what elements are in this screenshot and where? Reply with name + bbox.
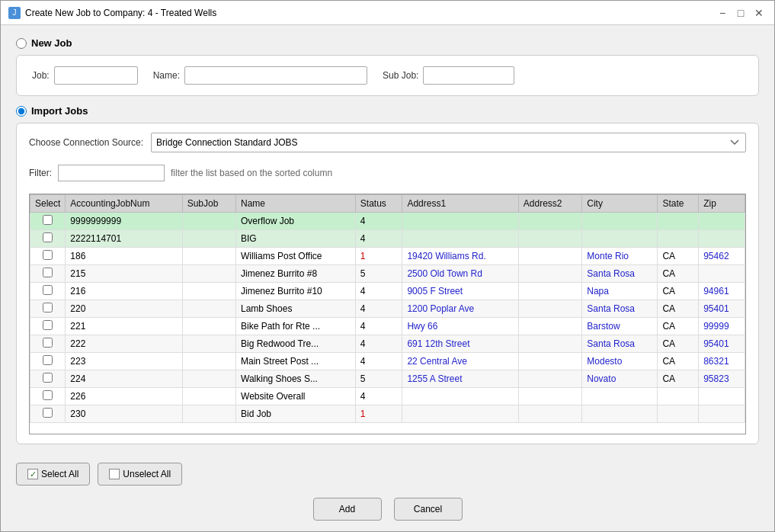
- select-cell[interactable]: [30, 388, 66, 405]
- new-job-box: Job: Name: Sub Job:: [16, 55, 759, 96]
- cell-city: [582, 213, 658, 230]
- cell-subjob: [182, 318, 235, 335]
- cell-addr2: [518, 248, 581, 265]
- col-subjob: SubJob: [182, 195, 235, 213]
- row-checkbox-1[interactable]: [43, 232, 53, 242]
- subjob-input[interactable]: [423, 66, 514, 85]
- new-job-radio-label[interactable]: New Job: [16, 37, 759, 49]
- job-label: Job:: [32, 70, 50, 81]
- row-checkbox-6[interactable]: [43, 320, 53, 330]
- row-checkbox-0[interactable]: [43, 215, 53, 225]
- table-row: 216 Jimenez Burrito #10 4 9005 F Street …: [30, 283, 745, 300]
- title-bar: J Create New Job to Company: 4 - Treated…: [1, 1, 774, 25]
- new-job-label: New Job: [31, 37, 72, 49]
- cell-addr2: [518, 265, 581, 283]
- cell-name: Big Redwood Tre...: [236, 335, 356, 353]
- cell-status: 4: [355, 318, 402, 335]
- new-job-radio[interactable]: [16, 38, 27, 49]
- connection-source-select[interactable]: Bridge Connection Standard JOBS: [151, 133, 746, 152]
- row-checkbox-9[interactable]: [43, 373, 53, 383]
- cell-addr2: [518, 388, 581, 405]
- select-cell[interactable]: [30, 230, 66, 248]
- col-status: Status: [355, 195, 402, 213]
- app-icon: J: [8, 7, 21, 19]
- select-cell[interactable]: [30, 405, 66, 423]
- cell-addr1: [402, 230, 518, 248]
- table-row: 226 Website Overall 4: [30, 388, 745, 405]
- table-row: 215 Jimenez Burrito #8 5 2500 Old Town R…: [30, 265, 745, 283]
- select-cell[interactable]: [30, 283, 66, 300]
- cell-job-num: 226: [66, 388, 182, 405]
- import-jobs-radio-label[interactable]: Import Jobs: [16, 105, 759, 117]
- cell-addr1: 691 12th Street: [402, 335, 518, 353]
- cell-state: CA: [658, 335, 699, 353]
- select-cell[interactable]: [30, 213, 66, 230]
- cell-status: 4: [355, 230, 402, 248]
- cell-job-num: 224: [66, 370, 182, 388]
- row-checkbox-2[interactable]: [43, 250, 53, 260]
- cell-name: Lamb Shoes: [236, 300, 356, 318]
- cell-name: Overflow Job: [236, 213, 356, 230]
- cell-city: [582, 388, 658, 405]
- select-cell[interactable]: [30, 353, 66, 370]
- window-title: Create New Job to Company: 4 - Treated W…: [25, 8, 715, 18]
- cell-addr1: [402, 213, 518, 230]
- subjob-label: Sub Job:: [383, 70, 418, 81]
- row-checkbox-3[interactable]: [43, 268, 53, 277]
- subjob-field-group: Sub Job:: [383, 66, 514, 85]
- select-cell[interactable]: [30, 265, 66, 283]
- cell-addr1: 1200 Poplar Ave: [402, 300, 518, 318]
- unselect-all-button[interactable]: Unselect All: [98, 463, 182, 486]
- col-name: Name: [236, 195, 356, 213]
- row-checkbox-7[interactable]: [43, 338, 53, 348]
- jobs-table-container[interactable]: Select AccountingJobNum SubJob Name Stat…: [29, 194, 746, 434]
- cell-city: Santa Rosa: [582, 335, 658, 353]
- cell-zip: [699, 388, 745, 405]
- table-row: 220 Lamb Shoes 4 1200 Poplar Ave Santa R…: [30, 300, 745, 318]
- maximize-button[interactable]: □: [733, 5, 748, 21]
- cell-name: BIG: [236, 230, 356, 248]
- new-job-section: New Job Job: Name: Sub Job:: [16, 37, 759, 96]
- close-button[interactable]: ✕: [751, 5, 767, 21]
- filter-input[interactable]: [58, 165, 165, 181]
- cell-name: Main Street Post ...: [236, 353, 356, 370]
- cell-name: Bike Path for Rte ...: [236, 318, 356, 335]
- row-checkbox-5[interactable]: [43, 303, 53, 312]
- job-input[interactable]: [54, 66, 138, 85]
- cell-addr2: [518, 318, 581, 335]
- col-addr1: Address1: [402, 195, 518, 213]
- cancel-button[interactable]: Cancel: [394, 498, 463, 521]
- name-input[interactable]: [184, 66, 367, 85]
- cell-state: CA: [658, 300, 699, 318]
- select-cell[interactable]: [30, 248, 66, 265]
- cell-name: Jimenez Burrito #10: [236, 283, 356, 300]
- cell-city: Santa Rosa: [582, 300, 658, 318]
- main-window: J Create New Job to Company: 4 - Treated…: [0, 0, 775, 532]
- cell-subjob: [182, 405, 235, 423]
- minimize-button[interactable]: −: [715, 5, 730, 21]
- filter-hint: filter the list based on the sorted colu…: [171, 168, 332, 178]
- select-all-check-icon: ✓: [27, 469, 38, 479]
- import-jobs-label: Import Jobs: [31, 105, 88, 117]
- cell-city: Santa Rosa: [582, 265, 658, 283]
- import-jobs-radio[interactable]: [16, 106, 27, 117]
- cell-zip: 95401: [699, 335, 745, 353]
- cell-zip: [699, 213, 745, 230]
- cell-name: Bid Job: [236, 405, 356, 423]
- select-cell[interactable]: [30, 335, 66, 353]
- cell-job-num: 230: [66, 405, 182, 423]
- add-button[interactable]: Add: [313, 498, 382, 521]
- row-checkbox-11[interactable]: [43, 408, 53, 418]
- row-checkbox-10[interactable]: [43, 390, 53, 400]
- cell-subjob: [182, 300, 235, 318]
- select-cell[interactable]: [30, 300, 66, 318]
- select-cell[interactable]: [30, 318, 66, 335]
- row-checkbox-4[interactable]: [43, 285, 53, 295]
- select-all-button[interactable]: ✓ Select All: [16, 463, 90, 486]
- cell-addr2: [518, 405, 581, 423]
- cell-state: CA: [658, 370, 699, 388]
- row-checkbox-8[interactable]: [43, 355, 53, 365]
- select-cell[interactable]: [30, 370, 66, 388]
- window-controls: − □ ✕: [715, 5, 767, 21]
- cell-zip: [699, 405, 745, 423]
